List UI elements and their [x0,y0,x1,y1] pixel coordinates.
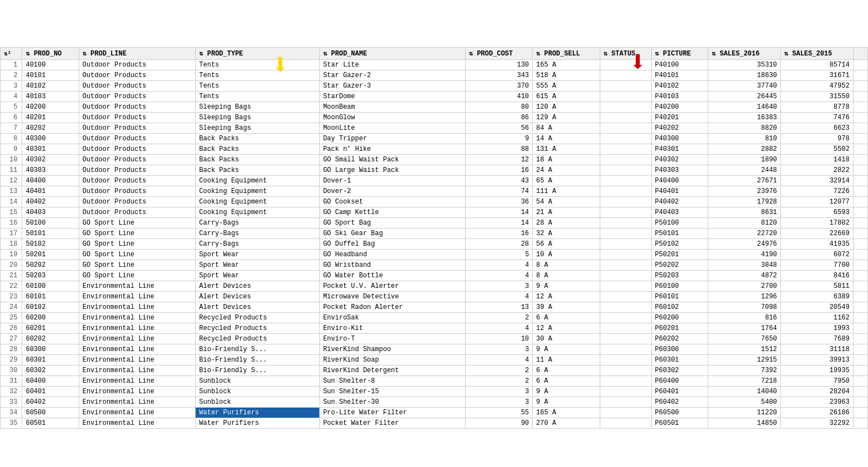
cell-prod-no: 60302 [22,366,79,376]
cell-prod-type: Back Packs [196,155,320,165]
cell-status [600,165,651,176]
table-row[interactable]: 140100Outdoor ProductsTentsStar Lite1301… [1,60,868,70]
cell-sales-2015: 1162 [780,313,853,323]
cell-prod-sell: 9 A [533,281,600,292]
cell-picture: P60201 [651,323,708,334]
col-header-picture[interactable]: ⇅ PICTURE [651,48,708,60]
cell-prod-cost: 14 [465,218,532,229]
table-row[interactable]: 1650100GO Sport LineCarry-BagsGO Sport B… [1,218,868,229]
cell-status [600,408,651,418]
table-row[interactable]: 1850102GO Sport LineCarry-BagsGO Duffel … [1,239,868,250]
table-row[interactable]: 940301Outdoor ProductsBack PacksPack n' … [1,144,868,155]
cell-extra [853,313,867,323]
cell-prod-no: 40300 [22,134,79,144]
sort-icon-picture: ⇅ [655,50,659,58]
table-row[interactable]: 2150203GO Sport LineSport WearGO Water B… [1,271,868,281]
cell-sales-2016: 11220 [708,408,781,418]
table-row[interactable]: 2560200Environmental LineRecycled Produc… [1,313,868,323]
col-header-prod-sell[interactable]: ⇅ PROD_SELL [533,48,600,60]
cell-picture: P60101 [651,292,708,302]
table-row[interactable]: 1140303Outdoor ProductsBack PacksGO Larg… [1,165,868,176]
cell-sales-2015: 23963 [780,397,853,408]
cell-prod-no: 40202 [22,123,79,134]
table-row[interactable]: 1340401Outdoor ProductsCooking Equipment… [1,186,868,197]
table-row[interactable]: 1750101GO Sport LineCarry-BagsGO Ski Gea… [1,229,868,239]
table-row[interactable]: 340102Outdoor ProductsTentsStar Gazer-33… [1,81,868,92]
cell-picture: P50202 [651,260,708,271]
cell-row-num: 34 [1,408,22,418]
cell-prod-no: 50101 [22,229,79,239]
cell-prod-no: 40403 [22,207,79,218]
cell-prod-type: Back Packs [196,144,320,155]
table-row[interactable]: 3360402Environmental LineSunblockSun She… [1,397,868,408]
cell-prod-type: Alert Devices [196,292,320,302]
table-row[interactable]: 2660201Environmental LineRecycled Produc… [1,323,868,334]
cell-prod-sell: 9 A [533,397,600,408]
cell-prod-cost: 5 [465,250,532,260]
cell-row-num: 31 [1,376,22,387]
table-row[interactable]: 3060302Environmental LineBio-Friendly S.… [1,366,868,376]
table-row[interactable]: 1040302Outdoor ProductsBack PacksGO Smal… [1,155,868,165]
cell-prod-sell: 56 A [533,239,600,250]
cell-row-num: 6 [1,113,22,123]
col-header-rownum: ⇅¹ [1,48,22,60]
cell-row-num: 24 [1,302,22,313]
table-row[interactable]: 3460500Environmental LineWater Purifiers… [1,408,868,418]
table-row[interactable]: 2360101Environmental LineAlert DevicesMi… [1,292,868,302]
table-row[interactable]: 2260100Environmental LineAlert DevicesPo… [1,281,868,292]
col-header-sales-2015[interactable]: ⇅ SALES_2015 [780,48,853,60]
cell-prod-cost: 4 [465,292,532,302]
table-row[interactable]: 1540403Outdoor ProductsCooking Equipment… [1,207,868,218]
table-row[interactable]: 640201Outdoor ProductsSleeping BagsMoonG… [1,113,868,123]
col-header-prod-no[interactable]: ⇅ PROD_NO [22,48,79,60]
col-header-prod-type[interactable]: ⇅ PROD_TYPE [196,48,320,60]
cell-prod-line: GO Sport Line [79,229,195,239]
col-header-prod-name[interactable]: ⇅ PROD_NAME [319,48,465,60]
cell-prod-type: Sport Wear [196,260,320,271]
cell-row-num: 10 [1,155,22,165]
table-row[interactable]: 3260401Environmental LineSunblockSun She… [1,387,868,397]
cell-sales-2015: 22669 [780,229,853,239]
table-row[interactable]: 1240400Outdoor ProductsCooking Equipment… [1,176,868,186]
cell-row-num: 19 [1,250,22,260]
table-row[interactable]: 2760202Environmental LineRecycled Produc… [1,334,868,344]
cell-prod-type: Cooking Equipment [196,176,320,186]
table-row[interactable]: 1440402Outdoor ProductsCooking Equipment… [1,197,868,207]
cell-prod-no: 60501 [22,418,79,429]
cell-picture: P60501 [651,418,708,429]
cell-prod-sell: 8 A [533,260,600,271]
table-row[interactable]: 740202Outdoor ProductsSleeping BagsMoonL… [1,123,868,134]
table-row[interactable]: 2460102Environmental LineAlert DevicesPo… [1,302,868,313]
cell-prod-type: Tents [196,81,320,92]
cell-sales-2016: 7098 [708,302,781,313]
table-row[interactable]: 2050202GO Sport LineSport WearGO Wristba… [1,260,868,271]
cell-row-num: 12 [1,176,22,186]
table-row[interactable]: 1950201GO Sport LineSport WearGO Headban… [1,250,868,260]
table-row[interactable]: 3160400Environmental LineSunblockSun She… [1,376,868,387]
cell-prod-line: Environmental Line [79,281,195,292]
cell-sales-2016: 8120 [708,218,781,229]
cell-row-num: 9 [1,144,22,155]
cell-status [600,102,651,113]
table-row[interactable]: 3560501Environmental LineWater Purifiers… [1,418,868,429]
table-row[interactable]: 540200Outdoor ProductsSleeping BagsMoonB… [1,102,868,113]
cell-prod-type: Sport Wear [196,250,320,260]
cell-prod-name: Pocket Water Filter [319,418,465,429]
cell-row-num: 7 [1,123,22,134]
table-row[interactable]: 2860300Environmental LineBio-Friendly S.… [1,344,868,355]
cell-picture: P40403 [651,207,708,218]
cell-sales-2015: 6623 [780,123,853,134]
cell-status [600,418,651,429]
cell-prod-sell: 65 A [533,176,600,186]
col-header-prod-line[interactable]: ⇅ PROD_LINE [79,48,195,60]
cell-prod-no: 60301 [22,355,79,366]
cell-extra [853,334,867,344]
table-row[interactable]: 2960301Environmental LineBio-Friendly S.… [1,355,868,366]
table-row[interactable]: 440103Outdoor ProductsTentsStarDome41061… [1,92,868,102]
cell-prod-name: GO Small Waist Pack [319,155,465,165]
table-row[interactable]: 240101Outdoor ProductsTentsStar Gazer-23… [1,70,868,81]
col-header-prod-cost[interactable]: ⇅ PROD_COST [465,48,532,60]
col-header-sales-2016[interactable]: ⇅ SALES_2016 [708,48,781,60]
table-row[interactable]: 840300Outdoor ProductsBack PacksDay Trip… [1,134,868,144]
cell-row-num: 35 [1,418,22,429]
